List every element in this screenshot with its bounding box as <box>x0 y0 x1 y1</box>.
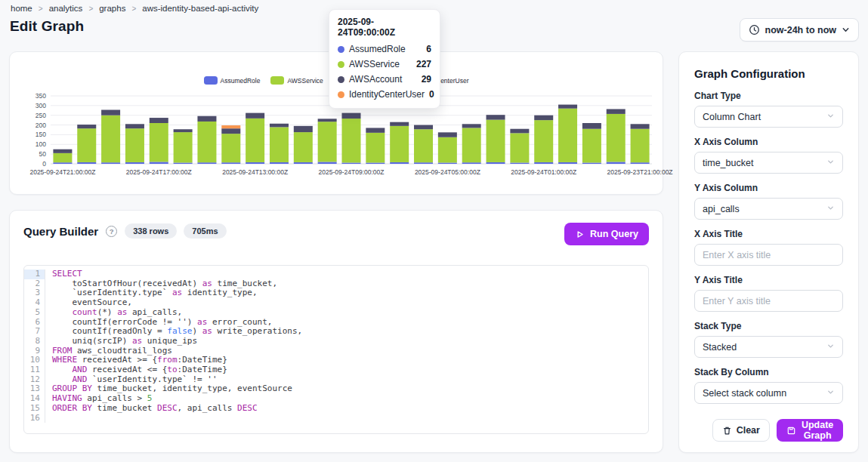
run-query-button[interactable]: Run Query <box>564 223 649 245</box>
bar-segment[interactable] <box>125 162 144 164</box>
update-graph-button[interactable]: Update Graph <box>777 419 843 442</box>
bar-segment[interactable] <box>534 120 553 162</box>
bar-segment[interactable] <box>221 162 240 164</box>
breadcrumb-item[interactable]: home <box>11 4 32 13</box>
time-range-selector[interactable]: now-24h to now <box>740 18 859 42</box>
bar-segment[interactable] <box>101 110 120 116</box>
bar-segment[interactable] <box>318 162 337 164</box>
bar-segment[interactable] <box>558 109 577 162</box>
bar-segment[interactable] <box>294 132 313 162</box>
bar-segment[interactable] <box>510 162 529 164</box>
bar-segment[interactable] <box>558 105 577 109</box>
bar-segment[interactable] <box>53 149 72 153</box>
bar-segment[interactable] <box>534 116 553 120</box>
bar-segment[interactable] <box>150 123 168 162</box>
bar-segment[interactable] <box>246 162 264 164</box>
bar-segment[interactable] <box>607 114 626 162</box>
select-stack-type[interactable]: Stacked <box>694 336 843 358</box>
bar-segment[interactable] <box>342 113 361 119</box>
bar-segment[interactable] <box>270 162 289 164</box>
bar-segment[interactable] <box>246 113 264 119</box>
field-label: X Axis Title <box>694 229 843 239</box>
bar-segment[interactable] <box>366 133 385 163</box>
bar-segment[interactable] <box>414 125 433 130</box>
clear-button[interactable]: Clear <box>712 419 770 442</box>
select-chart-type[interactable]: Column Chart <box>694 106 843 128</box>
bar-segment[interactable] <box>366 162 385 164</box>
bar-segment[interactable] <box>510 129 529 134</box>
bar-segment[interactable] <box>462 124 481 128</box>
bar-segment[interactable] <box>631 129 650 162</box>
bar-segment[interactable] <box>221 134 240 162</box>
bar-segment[interactable] <box>246 119 264 162</box>
bar-segment[interactable] <box>438 132 457 137</box>
bar-segment[interactable] <box>558 162 577 164</box>
input-x-axis-title[interactable] <box>694 244 843 266</box>
breadcrumb-item[interactable]: graphs <box>99 4 125 13</box>
bar-segment[interactable] <box>607 109 626 113</box>
bar-segment[interactable] <box>221 128 240 134</box>
bar-segment[interactable] <box>101 162 120 164</box>
legend-item[interactable]: AWSService <box>270 76 323 85</box>
config-fields: Chart TypeColumn ChartX Axis Columntime_… <box>694 91 843 404</box>
bar-segment[interactable] <box>462 162 481 164</box>
bar-segment[interactable] <box>174 129 193 132</box>
bar-segment[interactable] <box>174 132 193 162</box>
bar-segment[interactable] <box>221 125 240 128</box>
bar-segment[interactable] <box>582 162 601 164</box>
bar-segment[interactable] <box>318 122 337 162</box>
bar-segment[interactable] <box>390 126 409 162</box>
bar-segment[interactable] <box>318 119 337 122</box>
bar-segment[interactable] <box>390 162 409 164</box>
bar-segment[interactable] <box>77 125 96 128</box>
bar-segment[interactable] <box>390 122 409 126</box>
breadcrumb-item[interactable]: analytics <box>49 4 83 13</box>
input-y-axis-title[interactable] <box>694 290 843 312</box>
bar-segment[interactable] <box>197 122 216 162</box>
bar-segment[interactable] <box>150 162 168 164</box>
bar-segment[interactable] <box>487 115 505 119</box>
help-icon[interactable]: ? <box>106 226 117 237</box>
bar-segment[interactable] <box>174 162 193 164</box>
bar-segment[interactable] <box>462 128 481 162</box>
bar-segment[interactable] <box>294 126 313 132</box>
bar-segment[interactable] <box>631 124 650 128</box>
bar-segment[interactable] <box>534 162 553 164</box>
bar-segment[interactable] <box>294 162 313 164</box>
bar-segment[interactable] <box>607 162 626 164</box>
bar-segment[interactable] <box>438 137 457 163</box>
select-y-axis-column[interactable]: api_calls <box>694 198 843 220</box>
bar-segment[interactable] <box>414 129 433 162</box>
breadcrumb-item[interactable]: aws-identity-based-api-activity <box>142 4 258 13</box>
bar-segment[interactable] <box>342 162 361 164</box>
bar-segment[interactable] <box>53 162 72 164</box>
bar-segment[interactable] <box>77 162 96 164</box>
bar-segment[interactable] <box>438 162 457 164</box>
bar-segment[interactable] <box>582 129 601 163</box>
bar-segment[interactable] <box>510 133 529 162</box>
bar-segment[interactable] <box>487 162 505 164</box>
bar-segment[interactable] <box>125 128 144 162</box>
bar-segment[interactable] <box>53 153 72 162</box>
select-stack-by-column[interactable]: Select stack column <box>694 382 843 404</box>
bar-segment[interactable] <box>150 118 168 123</box>
select-x-axis-column[interactable]: time_bucket <box>694 152 843 174</box>
sql-editor[interactable]: 1SELECT2 toStartOfHour(receivedAt) as ti… <box>23 265 649 434</box>
bar-segment[interactable] <box>631 162 650 164</box>
query-builder-title: Query Builder <box>23 225 98 238</box>
bar-segment[interactable] <box>125 124 144 128</box>
bar-segment[interactable] <box>77 128 96 162</box>
bar-segment[interactable] <box>197 162 216 164</box>
bar-segment[interactable] <box>366 128 385 132</box>
legend-item[interactable]: AssumedRole <box>204 76 261 85</box>
bar-segment[interactable] <box>101 116 120 162</box>
bar-segment[interactable] <box>582 123 601 129</box>
bar-segment[interactable] <box>270 124 289 128</box>
bar-segment[interactable] <box>197 116 216 122</box>
bar-segment[interactable] <box>414 162 433 164</box>
field-label: Stack By Column <box>694 367 843 377</box>
bar-segment[interactable] <box>487 120 505 162</box>
bar-segment[interactable] <box>270 127 289 162</box>
bar-segment[interactable] <box>342 119 361 162</box>
y-tick-label: 350 <box>36 92 46 100</box>
